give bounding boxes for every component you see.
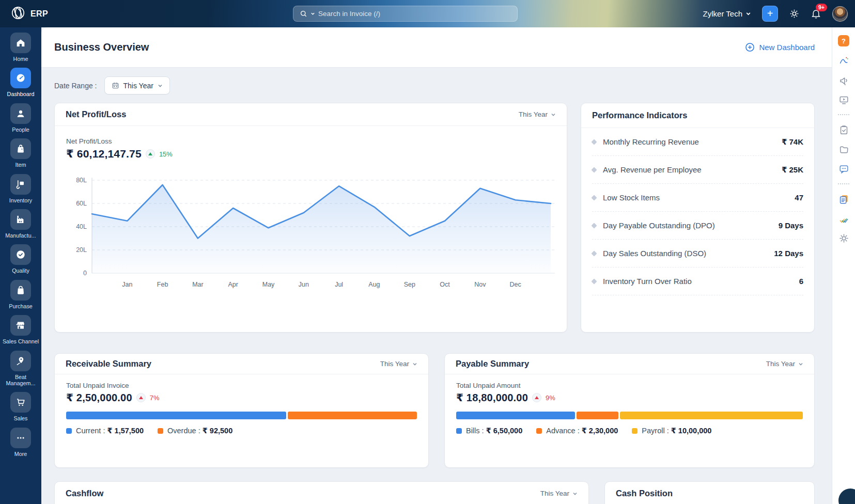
card-title: Net Profit/Loss (66, 109, 126, 119)
svg-text:Apr: Apr (228, 281, 238, 288)
payable-legend: Bills : ₹ 6,50,000Advance : ₹ 2,30,000Pa… (456, 427, 803, 435)
org-switcher[interactable]: Zylker Tech (703, 9, 751, 18)
chevron-down-icon (572, 491, 578, 496)
quick-create-button[interactable]: + (762, 6, 778, 22)
sidebar-item-label: Beat Managem... (1, 374, 41, 387)
sidebar-item-inventory[interactable]: Inventory (0, 174, 41, 203)
settings-button[interactable] (789, 8, 800, 19)
period-value: This Year (380, 360, 409, 368)
svg-text:Aug: Aug (368, 281, 380, 288)
sidebar-item-dashboard[interactable]: Dashboard (0, 68, 41, 97)
tasks-button[interactable] (837, 123, 850, 136)
sidebar-item-sales-channel[interactable]: Sales Channel (0, 315, 41, 344)
legend-label: Payroll : ₹ 10,00,000 (642, 427, 711, 435)
legend-label: Current : ₹ 1,57,500 (76, 427, 144, 435)
date-range-label: Date Range : (54, 82, 97, 90)
notifications-button[interactable]: 9+ (811, 8, 821, 19)
legend-color-swatch (158, 428, 163, 434)
demo-video-button[interactable] (837, 93, 850, 106)
sidebar-item-sales[interactable]: Sales (0, 392, 41, 421)
date-range-select[interactable]: This Year (104, 76, 170, 94)
dashboard-content: Date Range : This Year Net Profit/Loss T… (41, 68, 832, 504)
svg-text:May: May (262, 281, 275, 288)
whats-new-button[interactable] (837, 193, 850, 205)
sidebar-item-purchase[interactable]: Purchase (0, 280, 41, 309)
sidebar-item-item[interactable]: Item (0, 138, 41, 168)
svg-text:Jan: Jan (122, 281, 132, 288)
org-name: Zylker Tech (703, 9, 742, 18)
settings-button[interactable] (837, 232, 850, 244)
legend-label: Advance : ₹ 2,30,000 (546, 427, 618, 435)
svg-text:Sep: Sep (404, 281, 415, 288)
item-icon (15, 143, 26, 154)
documents-folder-button[interactable] (837, 143, 850, 155)
global-search-input[interactable]: Search in Invoice (/) (293, 6, 518, 22)
announcement-button[interactable] (837, 74, 850, 86)
documents-folder-icon (838, 144, 849, 155)
indicator-value: 47 (795, 193, 803, 202)
legend-item-bills: Bills : ₹ 6,50,000 (456, 427, 522, 435)
diamond-bullet-icon (591, 195, 597, 200)
help-icon: ? (838, 35, 849, 46)
change-percent: 7% (150, 394, 160, 402)
home-icon (15, 37, 26, 49)
purchase-icon (15, 285, 26, 296)
indicator-label: Day Sales Outstanding (DSO) (603, 249, 774, 258)
receivable-period-select[interactable]: This Year (380, 360, 417, 368)
change-percent: 15% (159, 150, 173, 158)
net-profit-period-select[interactable]: This Year (519, 111, 556, 118)
trend-up-icon (146, 149, 155, 159)
chevron-down-icon (798, 361, 803, 367)
diamond-bullet-icon (591, 167, 597, 172)
svg-text:40L: 40L (76, 223, 87, 230)
cashflow-period-select[interactable]: This Year (540, 490, 578, 497)
diamond-bullet-icon (591, 250, 597, 256)
legend-color-swatch (456, 428, 462, 434)
indicator-value: 12 Days (774, 249, 803, 258)
signature-icon (838, 213, 849, 224)
receivable-legend: Current : ₹ 1,57,500Overdue : ₹ 92,500 (66, 427, 417, 435)
search-scope-chevron-icon[interactable] (310, 11, 315, 16)
period-value: This Year (519, 111, 548, 118)
sidebar-item-label: Inventory (1, 197, 41, 203)
svg-text:80L: 80L (76, 177, 87, 184)
dotted-divider (838, 183, 849, 184)
card-title: Performance Indicators (592, 111, 687, 120)
sidebar-item-label: More (1, 451, 41, 457)
sidebar-item-home[interactable]: Home (0, 33, 41, 62)
indicator-label: Day Payable Outstanding (DPO) (603, 221, 779, 230)
user-avatar[interactable] (832, 6, 848, 22)
sidebar-item-label: Home (1, 56, 41, 62)
quality-icon (15, 249, 26, 260)
chevron-down-icon (412, 361, 417, 367)
sidebar-item-quality[interactable]: Quality (0, 244, 41, 274)
chevron-down-icon (551, 112, 556, 117)
metric-label: Total Unpaid Invoice (66, 382, 417, 389)
search-icon (300, 10, 307, 18)
change-percent: 9% (546, 394, 555, 402)
indicator-value: 9 Days (779, 221, 803, 230)
sidebar-item-manufactu[interactable]: Manufactu... (0, 209, 41, 239)
signature-button[interactable] (837, 212, 850, 225)
sidebar-item-label: Sales (1, 415, 41, 421)
indicator-label: Low Stock Items (603, 193, 795, 202)
new-dashboard-button[interactable]: New Dashboard (745, 42, 815, 52)
indicator-label: Avg. Revenue per Employee (603, 165, 782, 174)
diamond-bullet-icon (591, 223, 597, 228)
people-icon (15, 108, 26, 119)
globe-logo-icon (10, 5, 26, 23)
zia-button[interactable] (837, 54, 850, 67)
feedback-chat-button[interactable] (837, 163, 850, 175)
performance-row: Monthly Recurring Revenue₹ 74K (592, 128, 803, 156)
payable-period-select[interactable]: This Year (766, 360, 803, 368)
legend-item-advance: Advance : ₹ 2,30,000 (536, 427, 618, 435)
cashflow-card: Cashflow This Year (54, 481, 589, 504)
sidebar-item-beat-managem[interactable]: Beat Managem... (0, 351, 41, 387)
sidebar-item-people[interactable]: People (0, 103, 41, 133)
manufacturing-icon (15, 214, 26, 225)
card-title: Cashflow (66, 489, 103, 498)
sidebar-item-label: People (1, 127, 41, 133)
sidebar-item-label: Manufactu... (1, 232, 41, 239)
help-button[interactable]: ? (837, 35, 850, 47)
sidebar-item-more[interactable]: More (0, 428, 41, 457)
